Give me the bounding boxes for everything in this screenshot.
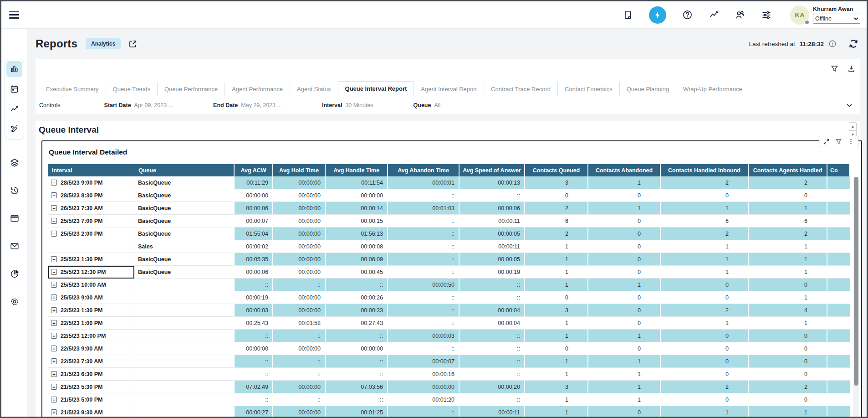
column-header[interactable]: Co [827,164,850,176]
collapse-row-icon[interactable]: − [51,256,57,262]
expand-row-icon[interactable]: + [51,294,57,300]
column-header[interactable]: Queue [134,164,235,176]
interval-cell[interactable]: +22/5/23 7:30 AM [48,355,134,368]
sidebar-item-schedule[interactable] [6,81,22,97]
value-cell: 1 [661,240,749,253]
filter-icon[interactable] [830,64,839,73]
expand-row-icon[interactable]: + [51,384,57,390]
interval-cell[interactable]: −28/5/23 9:00 PM [48,176,134,189]
start-date-control[interactable]: Start Date Apr 09, 2023 ... [104,102,174,108]
interval-cell[interactable]: −28/5/23 8:30 PM [48,189,134,202]
interval-cell[interactable]: −25/5/23 12:30 PM [48,266,134,279]
interval-cell[interactable]: −25/5/23 1:30 PM [48,253,134,266]
interval-cell[interactable]: +22/5/23 12:00 PM [48,330,134,342]
tab-queue-interval-report[interactable]: Queue Interval Report [338,81,414,96]
queue-control[interactable]: Queue All [414,102,441,108]
expand-row-icon[interactable]: + [51,409,57,415]
expand-icon[interactable] [823,138,830,145]
expand-row-icon[interactable]: + [51,358,57,364]
sidebar-item-mail[interactable] [6,238,22,254]
value-cell: 0 [749,330,827,342]
user-avatar[interactable]: KA [790,5,809,25]
interval-cell[interactable]: −25/5/23 7:00 PM [48,215,134,227]
refresh-icon[interactable] [848,38,859,50]
end-date-control[interactable]: End Date May 29, 2023 ... [213,102,282,108]
agent-status-select[interactable]: Offline [813,14,860,24]
sidebar-item-layers[interactable] [6,155,22,170]
column-header[interactable]: Avg Hold Time [273,164,326,176]
panel-filter-icon[interactable] [835,138,842,145]
metrics-chart-icon[interactable] [708,10,719,21]
tab-executive-summary[interactable]: Executive Summary [39,82,106,96]
interval-cell[interactable]: −26/5/23 7:30 AM [48,202,134,215]
tab-contract-trace-record[interactable]: Contract Trace Record [484,82,557,96]
interval-cell[interactable]: +22/5/23 1:30 PM [48,304,134,317]
settings-sliders-icon[interactable] [761,10,772,21]
help-icon[interactable] [682,10,693,21]
column-header[interactable]: Avg Speed of Answer [460,164,525,176]
column-header[interactable]: Contacts Abandoned [588,164,661,176]
expand-row-icon[interactable]: + [51,282,57,288]
column-header[interactable]: Avg Handle Time [326,164,388,176]
column-header[interactable]: Contacts Agents Handled [749,164,827,176]
collapse-row-icon[interactable]: − [51,231,57,237]
realtime-metrics-icon-active[interactable] [649,6,666,24]
interval-cell[interactable] [48,240,134,253]
column-header[interactable]: Contacts Handled Inbound [661,164,749,176]
interval-cell[interactable]: +25/5/23 9:00 AM [48,291,134,304]
external-link-icon[interactable] [128,39,138,49]
collapse-row-icon[interactable]: − [51,180,57,186]
line-chart-icon [10,104,19,114]
sidebar-item-design[interactable] [6,121,22,137]
download-icon[interactable] [847,64,856,73]
hamburger-menu-icon[interactable] [9,11,19,19]
column-header[interactable]: Avg Abandon Time [388,164,460,176]
collapse-row-icon[interactable]: − [51,218,57,224]
expand-row-icon[interactable]: + [51,397,57,403]
tab-agent-status[interactable]: Agent Status [290,82,337,96]
interval-cell[interactable]: +22/5/23 1:00 PM [48,317,134,330]
table-row: +25/5/23 10:00 AM::::::00:00:50::1100 [48,279,850,291]
tab-queue-planning[interactable]: Queue Planning [619,82,676,96]
tab-wrap-up-performance[interactable]: Wrap-Up Performance [676,82,749,96]
interval-cell[interactable]: +21/5/23 9:30 AM [48,406,134,418]
collapse-row-icon[interactable]: − [51,192,57,198]
interval-control[interactable]: Interval 30 Minutes [322,102,373,108]
tab-agent-performance[interactable]: Agent Performance [225,82,290,96]
sidebar-item-trends[interactable] [6,101,22,117]
column-header[interactable]: Avg ACW [235,164,273,176]
sidebar-item-reports[interactable] [6,61,22,77]
expand-row-icon[interactable]: + [51,333,57,339]
tab-queue-trends[interactable]: Queue Trends [106,82,157,96]
expand-row-icon[interactable]: + [51,307,57,313]
chevron-down-icon[interactable] [845,101,854,110]
interval-cell[interactable]: +21/5/23 5:00 PM [48,393,134,406]
collapse-row-icon[interactable]: − [51,205,57,211]
expand-row-icon[interactable]: + [51,346,57,351]
value-cell: 2 [661,227,749,240]
notes-icon[interactable] [623,10,633,21]
interval-cell[interactable]: +21/5/23 5:30 PM [48,381,134,393]
users-icon[interactable] [735,10,745,21]
tab-contact-forensics[interactable]: Contact Forensics [557,82,619,96]
interval-cell[interactable]: −25/5/23 2:00 PM [48,227,134,240]
interval-cell[interactable]: +22/5/23 9:00 AM [48,342,134,355]
sidebar-item-history[interactable] [6,182,22,198]
scrollbar-thumb[interactable] [854,177,858,386]
info-icon[interactable] [828,40,837,48]
expand-row-icon[interactable]: + [51,371,57,377]
collapse-row-icon[interactable]: − [51,269,57,275]
sidebar-item-workspace[interactable] [6,210,22,226]
interval-cell[interactable]: +25/5/23 10:00 AM [48,279,134,291]
interval-cell[interactable]: +21/5/23 6:30 PM [48,368,134,381]
vertical-scrollbar[interactable] [853,177,859,418]
column-header[interactable]: Interval [48,164,134,176]
tab-queue-performance[interactable]: Queue Performance [157,82,225,96]
sidebar-item-settings[interactable] [6,294,22,310]
scroll-up-icon[interactable]: ▲ [849,123,856,130]
more-options-kebab-icon[interactable] [848,138,854,145]
sidebar-item-dashboards[interactable] [6,266,22,282]
tab-agent-interval-report[interactable]: Agent Interval Report [414,82,484,96]
column-header[interactable]: Contacts Queued [525,164,588,176]
expand-row-icon[interactable]: + [51,320,57,326]
